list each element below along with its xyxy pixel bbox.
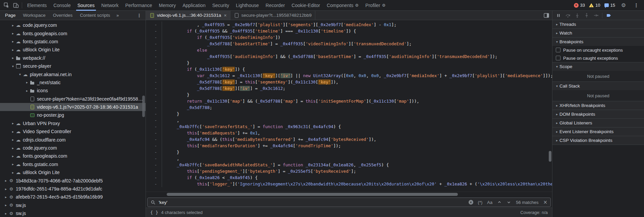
line-marker[interactable]: - [146,104,162,111]
code-line[interactable]: - , [146,117,552,123]
chevron-right-icon[interactable]: ▸ [3,195,8,199]
step-into-icon[interactable] [573,12,581,19]
code-line[interactable]: - , [146,155,552,162]
code-line[interactable]: - this['mediaRequests'] += 0x1, [146,130,552,136]
code-line[interactable]: - } [146,60,552,66]
settings-gear-icon[interactable]: ⚙ [619,1,628,9]
line-marker[interactable]: - [146,143,162,149]
next-match-icon[interactable] [506,200,511,205]
line-marker[interactable]: - [146,53,162,60]
clear-search-icon[interactable]: × [469,200,473,205]
chevron-right-icon[interactable]: ▸ [10,48,15,52]
file-tab[interactable]: videojs-v6.1.js...:36:40-231531a× [146,11,230,20]
code-line[interactable]: - if (_0x1ea826 < _0x8a9f45) { [146,174,552,181]
tab-sources[interactable]: Sources [74,0,98,11]
line-marker[interactable]: - [146,130,162,136]
line-marker[interactable]: - [146,47,162,53]
code-line[interactable]: - if (_0x4ff935['videoTimingInfo']) [146,34,552,41]
checkbox-row[interactable]: Pause on uncaught exceptions [552,46,644,54]
code-line[interactable]: - return _0x11c130['map'] && (_0x5df788[… [146,98,552,104]
chevron-right-icon[interactable]: ▸ [10,138,15,142]
horizontal-scroll-thumb[interactable] [167,193,458,196]
line-marker[interactable]: - [146,66,162,72]
code-line[interactable]: - _0x5df788['key'] = this['segmentKey'](… [146,79,552,85]
overflow-chevron-icon[interactable]: » [114,13,121,18]
step-icon[interactable] [592,12,600,19]
tree-item[interactable]: ▸code.jquery.com [0,144,146,152]
code-line[interactable]: - if (_0x11c130['key']) { [146,66,552,72]
tree-item[interactable]: ▸fonts.googleapis.com [0,152,146,160]
inspect-icon[interactable] [2,1,11,9]
tree-item[interactable]: ▸code.jquery.com [0,21,146,29]
chevron-right-icon[interactable]: ▸ [10,121,15,125]
tab-lighthouse[interactable]: Lighthouse [232,0,262,11]
chevron-right-icon[interactable]: ▸ [3,179,8,182]
section-header-xhr-fetch-breakpoints[interactable]: ▸XHR/fetch Breakpoints [552,101,644,110]
tree-item[interactable]: ▸Video Speed Controller [0,127,146,135]
chevron-right-icon[interactable]: ▸ [10,162,15,166]
regex-toggle[interactable]: (*) [478,200,483,205]
sidebar-scrollbar[interactable] [142,96,145,117]
chevron-right-icon[interactable]: ▸ [10,146,15,150]
chevron-right-icon[interactable]: ▸ [24,89,30,93]
chevron-right-icon[interactable]: ▸ [10,154,15,158]
match-case-toggle[interactable]: Aa [487,200,492,205]
line-marker[interactable]: - [146,60,162,66]
line-marker[interactable]: - [146,123,162,130]
section-header-event-listener-breakpoints[interactable]: ▸Event Listener Breakpoints [552,127,644,136]
code-line[interactable]: - this['pendingSegment_']['byteLength'] … [146,168,552,174]
section-header-threads[interactable]: ▸Threads [552,20,644,29]
chevron-right-icon[interactable]: ▸ [10,171,15,174]
line-marker[interactable]: - [146,34,162,41]
tree-item[interactable]: ▸uBlock Origin Lite [0,46,146,54]
warning-badge[interactable]: 10 [589,3,600,8]
code-line[interactable]: - this['mediaTransferDuration'] += _0x4a… [146,143,552,149]
chevron-down-icon[interactable]: ▾ [10,64,15,68]
editor-vertical-scrollbar[interactable] [548,20,552,192]
tree-item[interactable]: ▸afebeb72-2615-4ec5-a425-d15b9fa16b99 [0,193,146,201]
code-line[interactable]: - } [146,92,552,98]
pretty-print-icon[interactable]: { } [150,210,158,215]
tab-security[interactable]: Security [209,0,233,11]
tab-cookie-editor[interactable]: Cookie-Editor [288,0,323,11]
tree-item[interactable]: ▸fonts.gstatic.com [0,38,146,46]
section-header-dom-breakpoints[interactable]: ▸DOM Breakpoints [552,110,644,118]
checkbox[interactable] [556,56,560,60]
tree-item[interactable]: ▾secure-player [0,62,146,70]
code-editor[interactable]: - , _0x4ff935 = _0x2e9bf7['playlist']['s… [146,20,552,192]
line-marker[interactable]: - [146,92,162,98]
tree-item[interactable]: ▸_next/static [0,78,146,87]
chevron-down-icon[interactable]: ▾ [17,72,22,76]
section-header-global-listeners[interactable]: ▸Global Listeners [552,119,644,127]
chevron-right-icon[interactable]: ▸ [24,80,30,84]
pause-script-icon[interactable] [554,12,562,19]
tree-item[interactable]: secure-player?token=a23fd19ecee0fa4f9d19… [0,95,146,103]
tree-item[interactable]: ▸fonts.googleapis.com [0,29,146,37]
code-line[interactable]: - _0x4ff935['audioTimingInfo'] && (_0x5d… [146,53,552,60]
section-header-breakpoints[interactable]: ▾Breakpoints [552,38,644,46]
tab-recorder[interactable]: Recorder [262,0,288,11]
section-header-watch[interactable]: ▸Watch [552,29,644,37]
line-marker[interactable]: - [146,181,162,187]
line-marker[interactable]: - [146,85,162,92]
tab-console[interactable]: Console [50,0,74,11]
tree-item[interactable]: videojs-v6.1.js?v=2025-07-28-18:36:40-23… [0,103,146,111]
line-marker[interactable]: - [146,21,162,28]
line-marker[interactable]: - [146,162,162,168]
code-line[interactable]: - _0x4b7ffc['saveTransferStats_'] = func… [146,123,552,130]
line-marker[interactable]: - [146,98,162,104]
code-line[interactable]: - } [146,111,552,117]
tree-item[interactable]: ▸1976dfdc-2651-479a-885a-4d21c9d1dafc [0,185,146,193]
line-marker[interactable]: - [146,168,162,174]
chevron-right-icon[interactable]: ▸ [10,23,15,27]
tab-elements[interactable]: Elements [24,0,50,11]
tab-memory[interactable]: Memory [156,0,179,11]
line-marker[interactable]: - [146,28,162,34]
line-marker[interactable]: - [146,149,162,155]
pane-toggle-icon[interactable] [541,11,552,20]
previous-match-icon[interactable] [497,200,502,205]
file-tab[interactable]: secure-player?t...19558748212bb9 [230,11,315,20]
section-header-csp-violation-breakpoints[interactable]: ▸CSP Violation Breakpoints [552,136,644,145]
tree-item[interactable]: ▸sw.js [0,209,146,217]
navigator-tab-overrides[interactable]: Overrides [49,11,76,20]
